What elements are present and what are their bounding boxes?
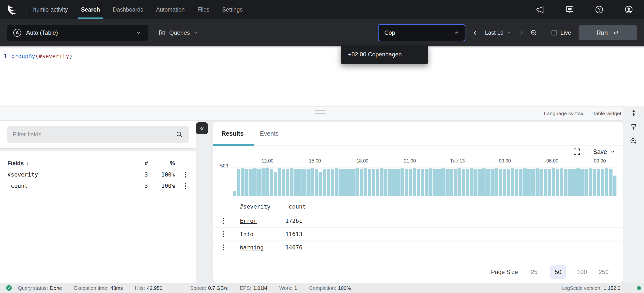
histogram-bar[interactable] — [347, 169, 351, 196]
page-size-250[interactable]: 250 — [598, 269, 609, 275]
histogram-bar[interactable] — [257, 169, 261, 196]
histogram-bar[interactable] — [441, 168, 445, 196]
histogram-bar[interactable] — [556, 169, 560, 196]
page-size-100[interactable]: 100 — [576, 269, 588, 275]
live-checkbox[interactable] — [552, 30, 557, 36]
histogram-bar[interactable] — [380, 168, 384, 196]
histogram-bar[interactable] — [282, 169, 285, 196]
histogram-bar[interactable] — [262, 168, 265, 196]
histogram-bar[interactable] — [466, 169, 469, 196]
collapse-vertical-icon[interactable] — [630, 109, 638, 117]
histogram-bar[interactable] — [560, 168, 563, 196]
histogram-bar[interactable] — [450, 169, 453, 196]
histogram-bar[interactable] — [580, 169, 584, 196]
histogram-bar[interactable] — [396, 169, 400, 196]
histogram-bar[interactable] — [482, 168, 486, 196]
histogram-bar[interactable] — [241, 168, 244, 196]
histogram-bar[interactable] — [286, 169, 289, 196]
histogram-bar[interactable] — [400, 168, 404, 196]
histogram-bar[interactable] — [601, 169, 604, 196]
histogram-bar[interactable] — [552, 168, 555, 196]
histogram-bar[interactable] — [568, 169, 572, 196]
histogram-bar[interactable] — [605, 168, 608, 196]
view-selector-dropdown[interactable]: A Auto (Table) — [7, 25, 148, 41]
histogram-bar[interactable] — [446, 169, 449, 196]
histogram-bar[interactable] — [376, 169, 379, 196]
table-row[interactable]: Warning 14076 — [213, 241, 623, 254]
timezone-option[interactable]: +02:00 Copenhagen — [341, 45, 428, 64]
feedback-chat-icon[interactable] — [565, 5, 574, 14]
histogram-bar[interactable] — [314, 169, 318, 196]
queries-dropdown[interactable]: Queries — [158, 29, 198, 37]
histogram-bar[interactable] — [531, 169, 535, 196]
histogram-bar[interactable] — [515, 169, 518, 196]
histogram-bar[interactable] — [490, 169, 494, 196]
histogram-bar[interactable] — [372, 169, 376, 196]
nav-tab-automation[interactable]: Automation — [150, 0, 191, 19]
time-range-dropdown[interactable]: Last 1d — [485, 30, 512, 36]
run-button[interactable]: Run — [578, 25, 637, 40]
timezone-input[interactable] — [384, 29, 444, 36]
field-menu-kebab-icon[interactable] — [184, 170, 188, 179]
histogram-bar[interactable] — [544, 169, 547, 196]
histogram-bar[interactable] — [458, 168, 461, 196]
histogram-bar[interactable] — [405, 169, 408, 196]
histogram-bar[interactable] — [278, 168, 281, 196]
announcements-megaphone-icon[interactable] — [536, 5, 544, 14]
histogram-bar[interactable] — [527, 169, 530, 196]
histogram-bar[interactable] — [592, 169, 596, 196]
table-widget-link[interactable]: Table widget — [592, 111, 621, 116]
histogram-bar[interactable] — [237, 169, 240, 196]
histogram-bar[interactable] — [462, 169, 465, 196]
histogram-bar[interactable] — [306, 169, 310, 196]
histogram-bar[interactable] — [454, 169, 457, 196]
histogram-bar[interactable] — [298, 169, 302, 196]
histogram-bar[interactable] — [478, 169, 482, 196]
histogram-bar[interactable] — [356, 168, 359, 196]
query-line[interactable]: 1 groupBy(#severity) — [0, 52, 644, 61]
histogram-bar[interactable] — [249, 169, 253, 196]
histogram-bar[interactable] — [413, 168, 416, 196]
filter-fields-input[interactable] — [13, 131, 176, 138]
nav-tab-settings[interactable]: Settings — [216, 0, 249, 19]
histogram-plot[interactable]: 12:0015:0018:0021:00Tue 1303:0006:0009:0… — [232, 167, 617, 196]
histogram-bar[interactable] — [523, 168, 527, 196]
histogram-bar[interactable] — [368, 169, 371, 196]
histogram-bar[interactable] — [294, 169, 298, 196]
page-size-25[interactable]: 25 — [529, 269, 540, 275]
histogram-bar[interactable] — [245, 169, 248, 196]
fullscreen-icon[interactable] — [573, 147, 581, 156]
histogram-bar[interactable] — [609, 169, 612, 196]
histogram-bar[interactable] — [360, 169, 363, 196]
live-toggle[interactable]: Live — [552, 29, 571, 36]
user-avatar-icon[interactable] — [624, 5, 633, 14]
nav-tab-search[interactable]: Search — [75, 0, 106, 19]
table-row[interactable]: Info 11613 — [213, 227, 623, 241]
histogram-bar[interactable] — [327, 169, 330, 196]
tab-results[interactable]: Results — [222, 130, 244, 137]
histogram-bar[interactable] — [437, 169, 441, 196]
histogram-bar[interactable] — [335, 168, 338, 196]
histogram-bar[interactable] — [270, 169, 273, 196]
histogram-bar[interactable] — [421, 169, 424, 196]
row-menu-kebab-icon[interactable] — [221, 216, 225, 225]
histogram-bar[interactable] — [351, 169, 355, 196]
histogram-bar[interactable] — [494, 168, 498, 196]
histogram-bar[interactable] — [331, 169, 334, 196]
field-name[interactable]: #severity — [8, 171, 128, 178]
field-name[interactable]: _count — [8, 183, 128, 189]
page-size-50[interactable]: 50 — [550, 265, 566, 279]
fields-sort-header[interactable]: Fields ↓ — [8, 160, 128, 167]
histogram-bar[interactable] — [323, 169, 326, 196]
tab-events[interactable]: Events — [260, 130, 278, 137]
histogram-bar[interactable] — [417, 169, 420, 196]
histogram-bar[interactable] — [540, 169, 543, 196]
histogram-bar[interactable] — [519, 169, 522, 196]
field-row-severity[interactable]: #severity 3 100% — [0, 169, 196, 180]
resize-drag-handle[interactable] — [315, 110, 326, 116]
severity-value-link[interactable]: Info — [240, 231, 253, 237]
filter-fields-box[interactable] — [7, 126, 189, 143]
histogram-bar[interactable] — [536, 168, 539, 196]
histogram-bar[interactable] — [392, 169, 396, 196]
severity-value-link[interactable]: Warning — [240, 244, 264, 251]
